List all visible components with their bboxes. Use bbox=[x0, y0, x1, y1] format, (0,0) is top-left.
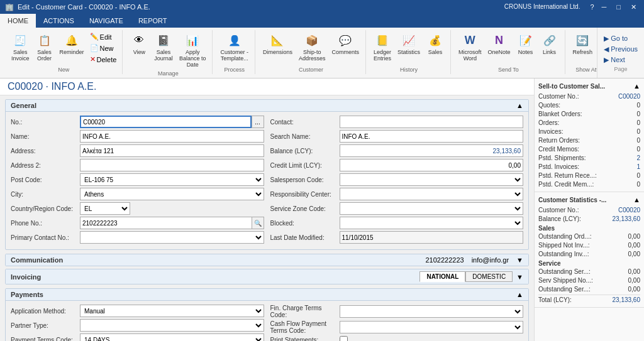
refresh-button[interactable]: 🔄 Refresh bbox=[570, 31, 596, 57]
rp-return-orders-value[interactable]: 0 bbox=[636, 137, 640, 144]
phone-lookup-button[interactable]: 🔍 bbox=[252, 217, 264, 229]
dimensions-button[interactable]: 📐 Dimensions bbox=[260, 31, 295, 57]
customer-template-button[interactable]: 👤 Customer -Template... bbox=[218, 31, 251, 63]
cash-flow-select[interactable] bbox=[340, 321, 524, 333]
rp-outstanding-inv-value[interactable]: 0,00 bbox=[628, 251, 640, 257]
salesperson-select[interactable] bbox=[340, 173, 524, 186]
blocked-select[interactable] bbox=[340, 217, 524, 229]
comments-button[interactable]: 💬 Comments bbox=[329, 31, 362, 57]
reminder-button[interactable]: 🔔 Reminder bbox=[57, 31, 87, 57]
rp-quotes-label: Quotes: bbox=[538, 102, 560, 109]
country-region-select[interactable]: EL bbox=[80, 202, 130, 215]
responsibility-center-select[interactable] bbox=[340, 188, 524, 200]
primary-contact-select[interactable] bbox=[80, 231, 264, 244]
search-name-input[interactable] bbox=[340, 130, 524, 143]
rp-pstd-credit-value[interactable]: 0 bbox=[636, 181, 640, 188]
phone-input[interactable] bbox=[80, 217, 252, 229]
ribbon-items-manage: 👁 View 📓 SalesJournal 📊 ApplyBalance toD… bbox=[128, 31, 208, 69]
no-input[interactable] bbox=[80, 116, 252, 128]
general-section-header[interactable]: General ▲ bbox=[6, 100, 528, 112]
balance-lcy-input[interactable] bbox=[340, 144, 524, 157]
invoicing-tab-domestic[interactable]: DOMESTIC bbox=[465, 271, 513, 282]
name-input[interactable] bbox=[80, 130, 264, 143]
apply-balance-button[interactable]: 📊 ApplyBalance toDate bbox=[177, 31, 209, 69]
statistics-button[interactable]: 📈 Statistics bbox=[395, 31, 423, 57]
invoicing-section-header[interactable]: Invoicing NATIONAL DOMESTIC ▼ bbox=[6, 269, 528, 284]
rp-pstd-shipments-value[interactable]: 2 bbox=[636, 154, 640, 161]
contact-input[interactable] bbox=[340, 116, 524, 128]
main-content-area: C00020 · INFO A.E. General ▲ No.: ... bbox=[0, 78, 534, 341]
tab-report[interactable]: REPORT bbox=[131, 14, 175, 28]
rp-credit-memos-value[interactable]: 0 bbox=[636, 146, 640, 153]
city-label: City: bbox=[11, 191, 80, 198]
notes-button[interactable]: 📝 Notes bbox=[514, 31, 537, 57]
payment-terms-select[interactable]: 14 DAYS bbox=[80, 333, 264, 341]
microsoft-word-button[interactable]: W MicrosoftWord bbox=[456, 31, 484, 63]
payments-section-header[interactable]: Payments ▲ bbox=[6, 289, 528, 301]
new-button[interactable]: 📄 New bbox=[88, 43, 119, 53]
rp-pstd-return-value[interactable]: 0 bbox=[636, 172, 640, 179]
address-input[interactable] bbox=[80, 144, 264, 157]
help-icon[interactable]: ? bbox=[590, 3, 594, 11]
sales-invoice-button[interactable]: 🧾 SalesInvoice bbox=[9, 31, 32, 63]
communication-section-header[interactable]: Communication 2102222223 info@info.gr ▼ bbox=[6, 254, 528, 266]
dimensions-icon: 📐 bbox=[270, 33, 285, 48]
rp-cs-balance-value[interactable]: 23,133,60 bbox=[613, 215, 641, 222]
rp-invoices-value[interactable]: 0 bbox=[636, 128, 640, 135]
address2-input[interactable] bbox=[80, 159, 264, 171]
partner-type-select[interactable] bbox=[80, 319, 264, 332]
address-label: Address: bbox=[11, 148, 80, 154]
sell-to-section-header[interactable]: Sell-to Customer Sal... ▲ bbox=[538, 81, 640, 91]
rp-return-orders-row: Return Orders: 0 bbox=[538, 136, 640, 144]
rp-quotes-value[interactable]: 0 bbox=[636, 102, 640, 109]
view-button[interactable]: 👁 View bbox=[128, 31, 150, 57]
rp-outstanding-ser-value[interactable]: 0,00 bbox=[628, 268, 640, 275]
sales-journal-button[interactable]: 📓 SalesJournal bbox=[152, 31, 175, 63]
next-button[interactable]: ▶ Next bbox=[602, 55, 639, 65]
print-statements-checkbox[interactable] bbox=[340, 336, 348, 341]
rp-outstanding-ord-value[interactable]: 0,00 bbox=[628, 233, 640, 240]
rp-orders-label: Orders: bbox=[538, 119, 559, 126]
tab-navigate[interactable]: NAVIGATE bbox=[82, 14, 131, 28]
application-method-select[interactable]: Manual bbox=[80, 305, 264, 317]
rp-cs-customer-no-value[interactable]: C00020 bbox=[618, 207, 640, 214]
rp-outstanding-ser2-value[interactable]: 0,00 bbox=[628, 286, 640, 293]
rp-serv-shipped-value[interactable]: 0,00 bbox=[628, 277, 640, 284]
fin-charge-select[interactable] bbox=[340, 305, 524, 318]
edit-button[interactable]: ✏️ Edit bbox=[88, 31, 119, 42]
city-select[interactable]: Athens bbox=[80, 188, 264, 200]
service-zone-select[interactable] bbox=[340, 202, 524, 215]
sales-button[interactable]: 💰 Sales bbox=[424, 31, 447, 57]
ledger-entries-button[interactable]: 📒 LedgerEntries bbox=[371, 31, 394, 63]
close-button[interactable]: ✕ bbox=[628, 3, 639, 11]
maximize-button[interactable]: □ bbox=[614, 3, 623, 11]
postcode-select[interactable]: EL-106 75 bbox=[80, 173, 264, 186]
tab-home[interactable]: HOME bbox=[0, 14, 36, 28]
links-button[interactable]: 🔗 Links bbox=[538, 31, 561, 57]
invoicing-tab-national[interactable]: NATIONAL bbox=[419, 271, 465, 282]
rp-pstd-invoices-value[interactable]: 1 bbox=[636, 163, 640, 170]
rp-shipped-not-inv-value[interactable]: 0,00 bbox=[628, 242, 640, 249]
rp-outstanding-ser2-row: Outstanding Ser...: 0,00 bbox=[538, 285, 640, 293]
goto-button[interactable]: ▶ Go to bbox=[602, 34, 639, 43]
rp-blanket-orders-value[interactable]: 0 bbox=[636, 111, 640, 117]
credit-limit-input[interactable] bbox=[340, 159, 524, 171]
no-lookup-button[interactable]: ... bbox=[252, 116, 264, 128]
minimize-button[interactable]: ─ bbox=[599, 3, 609, 11]
rp-total-lcy-value[interactable]: 23,133,60 bbox=[613, 296, 641, 303]
rp-customer-no-value[interactable]: C00020 bbox=[618, 93, 640, 100]
title-bar-controls[interactable]: CRONUS International Ltd. ? ─ □ ✕ bbox=[504, 3, 639, 11]
delete-button[interactable]: ✕ Delete bbox=[88, 54, 119, 65]
general-collapse-icon: ▲ bbox=[516, 102, 523, 109]
postcode-label: Post Code: bbox=[11, 176, 80, 183]
previous-button[interactable]: ◀ Previous bbox=[602, 45, 639, 54]
ship-to-button[interactable]: 📦 Ship-toAddresses bbox=[296, 31, 328, 63]
tab-actions[interactable]: ACTIONS bbox=[36, 14, 82, 28]
customer-stats-header[interactable]: Customer Statistics -... ▲ bbox=[538, 195, 640, 205]
sales-order-button[interactable]: 📋 SalesOrder bbox=[33, 31, 56, 63]
onenote-icon: N bbox=[492, 33, 507, 48]
onenote-button[interactable]: N OneNote bbox=[486, 31, 513, 57]
rp-orders-value[interactable]: 0 bbox=[636, 119, 640, 126]
rp-return-orders-label: Return Orders: bbox=[538, 137, 580, 144]
last-date-modified-input[interactable] bbox=[340, 231, 524, 244]
